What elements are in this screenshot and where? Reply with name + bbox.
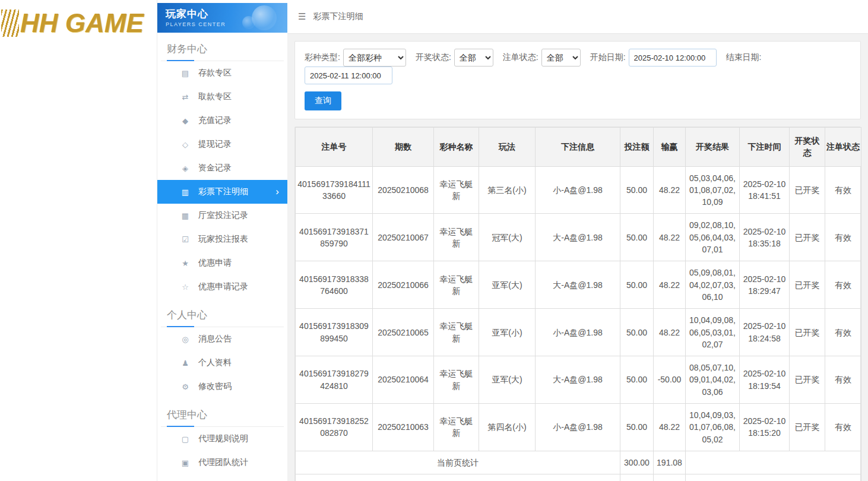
sidebar-item-label: 优惠申请记录 xyxy=(198,281,248,292)
sidebar-item-announcement[interactable]: ◎消息公告 xyxy=(157,327,287,351)
order-status-select[interactable]: 全部 xyxy=(541,49,581,67)
cell-win-loss: 48.22 xyxy=(654,166,686,214)
cell-draw-result: 10,04,09,03,01,07,06,08,05,02 xyxy=(686,404,740,451)
sidebar-menu: 财务中心▤存款专区⇄取款专区◆充值记录◇提现记录◈资金记录▥彩票下注明细›▦厅室… xyxy=(157,33,287,474)
start-date-input[interactable] xyxy=(629,49,717,67)
cell-bet-amount: 50.00 xyxy=(620,261,654,309)
logo-decoration-icon xyxy=(1,10,19,37)
sidebar-section-title: 个人中心 xyxy=(161,299,284,327)
filter-panel: 彩种类型: 全部彩种 开奖状态: 全部 注单状态: 全部 开始日期: 结束日期: xyxy=(294,41,861,119)
summary-win-loss: 191.08 xyxy=(654,451,686,474)
cell-bet-info: 大-A盘@1.98 xyxy=(536,356,620,404)
column-header-bet-info: 下注信息 xyxy=(536,128,620,167)
cell-bet-time: 2025-02-10 18:24:58 xyxy=(740,309,790,356)
cell-draw-result: 10,04,09,08,06,05,03,01,02,07 xyxy=(686,309,740,356)
bets-table: 注单号期数彩种名称玩法下注信息投注额输赢开奖结果下注时间开奖状态注单状态4015… xyxy=(295,127,861,481)
cell-win-loss: 48.22 xyxy=(654,309,686,356)
cell-play-type: 第三名(小) xyxy=(479,166,536,214)
sidebar-item-player-bet-report[interactable]: ☑玩家投注报表 xyxy=(157,227,287,251)
cell-win-loss: 48.22 xyxy=(654,404,686,451)
hamburger-menu-icon[interactable]: ☰ xyxy=(298,11,306,22)
summary-row: 当前页统计300.00191.08 xyxy=(296,451,861,474)
sidebar-section-title: 财务中心 xyxy=(161,33,284,61)
table-row: 40156917391837185979020250210067幸运飞艇新冠军(… xyxy=(296,214,861,261)
table-row: 40156917391841113366020250210068幸运飞艇新第三名… xyxy=(296,166,861,214)
cell-period: 20250210067 xyxy=(373,214,434,261)
sidebar-item-deposit[interactable]: ▤存款专区 xyxy=(157,61,287,85)
sidebar-item-label: 彩票下注明细 xyxy=(198,186,248,197)
sidebar-item-cashout-records[interactable]: ◇提现记录 xyxy=(157,132,287,156)
cell-win-loss: 48.22 xyxy=(654,214,686,261)
sidebar-item-funds-records[interactable]: ◈资金记录 xyxy=(157,156,287,180)
cell-play-type: 冠军(大) xyxy=(479,214,536,261)
summary-bet-amount: 300.00 xyxy=(620,474,654,481)
brand-column: HH GAME xyxy=(0,0,157,481)
funds-records-icon: ◈ xyxy=(180,164,191,173)
app-root: HH GAME 玩家中心 PLAYERS CENTER 财务中心▤存款专区⇄取款… xyxy=(0,0,868,481)
cell-period: 20250210066 xyxy=(373,261,434,309)
start-date-label: 开始日期: xyxy=(590,52,626,63)
cell-play-type: 亚军(大) xyxy=(479,356,536,404)
sidebar-item-promo-apply[interactable]: ★优惠申请 xyxy=(157,251,287,275)
draw-status-select[interactable]: 全部 xyxy=(454,49,493,67)
cell-period: 20250210063 xyxy=(373,404,434,451)
cell-bet-number: 401569173918371859790 xyxy=(296,214,373,261)
lottery-bet-detail-icon: ▥ xyxy=(180,188,191,197)
sidebar-item-withdraw[interactable]: ⇄取款专区 xyxy=(157,85,287,109)
summary-bet-amount: 300.00 xyxy=(620,451,654,474)
brand-logo: HH GAME xyxy=(1,8,144,38)
cell-period: 20250210064 xyxy=(373,356,434,404)
cell-period: 20250210068 xyxy=(373,166,434,214)
sidebar-item-password[interactable]: ⚙修改密码 xyxy=(157,375,287,398)
sidebar-item-hall-bet-records[interactable]: ▦厅室投注记录 xyxy=(157,204,287,227)
sidebar-item-profile[interactable]: ♟个人资料 xyxy=(157,351,287,375)
cell-draw-status: 已开奖 xyxy=(790,404,825,451)
summary-label: 总统计 xyxy=(296,474,620,481)
cell-play-type: 第四名(小) xyxy=(479,404,536,451)
end-date-input[interactable] xyxy=(305,67,392,84)
cell-bet-info: 小-A盘@1.98 xyxy=(536,166,620,214)
sidebar-item-lottery-bet-detail[interactable]: ▥彩票下注明细› xyxy=(157,180,287,204)
cell-order-status: 有效 xyxy=(825,214,861,261)
profile-icon: ♟ xyxy=(180,359,191,368)
cell-lottery-name: 幸运飞艇新 xyxy=(434,356,479,404)
logo-text: HH GAME xyxy=(20,8,144,38)
column-header-lottery-name: 彩种名称 xyxy=(434,128,479,167)
sidebar-item-label: 玩家投注报表 xyxy=(198,234,248,245)
table-row: 40156917391830989945020250210065幸运飞艇新亚军(… xyxy=(296,309,861,356)
sidebar-item-recharge-records[interactable]: ◆充值记录 xyxy=(157,109,287,132)
sidebar-item-label: 代理规则说明 xyxy=(198,433,248,444)
cell-bet-number: 401569173918309899450 xyxy=(296,309,373,356)
summary-empty xyxy=(686,474,861,481)
cell-order-status: 有效 xyxy=(825,356,861,404)
sidebar-item-promo-apply-records[interactable]: ☆优惠申请记录 xyxy=(157,275,287,299)
cell-bet-info: 大-A盘@1.98 xyxy=(536,214,620,261)
end-date-label: 结束日期: xyxy=(726,52,762,63)
sidebar-item-agent-team-stats[interactable]: ▣代理团队统计 xyxy=(157,451,287,474)
hall-bet-records-icon: ▦ xyxy=(180,211,191,220)
chevron-right-icon: › xyxy=(275,186,279,198)
sidebar-item-label: 个人资料 xyxy=(198,357,232,368)
query-button[interactable]: 查询 xyxy=(305,91,341,110)
table-row: 40156917391833876460020250210066幸运飞艇新亚军(… xyxy=(296,261,861,309)
summary-empty xyxy=(686,451,861,474)
sidebar-item-agent-rules[interactable]: ▢代理规则说明 xyxy=(157,427,287,451)
cell-order-status: 有效 xyxy=(825,309,861,356)
lottery-type-select[interactable]: 全部彩种 xyxy=(343,49,406,67)
cell-bet-amount: 50.00 xyxy=(620,166,654,214)
cell-draw-result: 05,09,08,01,04,02,07,03,06,10 xyxy=(686,261,740,309)
order-status-label: 注单状态: xyxy=(503,52,538,63)
sidebar-item-label: 充值记录 xyxy=(198,115,232,126)
announcement-icon: ◎ xyxy=(180,335,191,344)
cell-bet-info: 小-A盘@1.98 xyxy=(536,404,620,451)
column-header-order-status: 注单状态 xyxy=(825,128,861,167)
agent-rules-icon: ▢ xyxy=(180,435,191,444)
column-header-play-type: 玩法 xyxy=(479,128,536,167)
recharge-records-icon: ◆ xyxy=(180,116,191,125)
column-header-bet-amount: 投注额 xyxy=(620,128,654,167)
column-header-draw-result: 开奖结果 xyxy=(686,128,740,167)
cell-bet-amount: 50.00 xyxy=(620,356,654,404)
cell-draw-result: 08,05,07,10,09,01,04,02,03,06 xyxy=(686,356,740,404)
sidebar-item-label: 修改密码 xyxy=(198,381,232,392)
cell-bet-time: 2025-02-10 18:35:18 xyxy=(740,214,790,261)
